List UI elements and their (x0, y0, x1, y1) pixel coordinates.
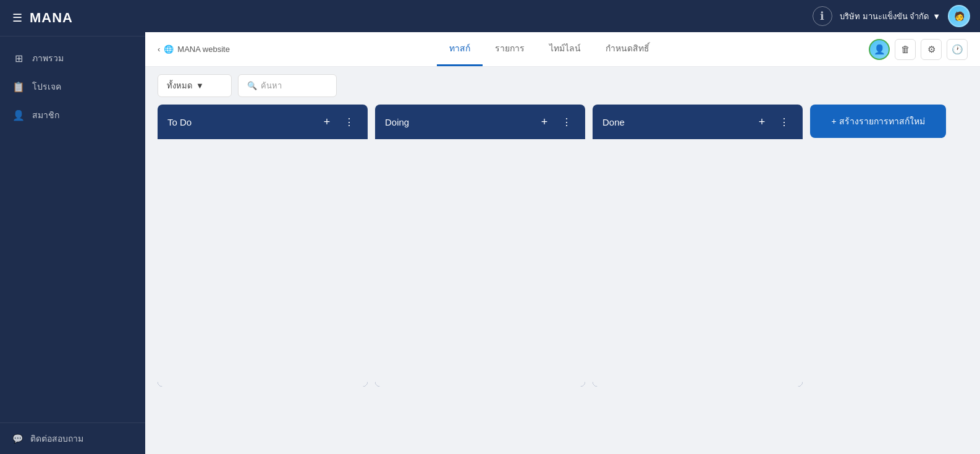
sidebar-nav: ⊞ ภาพรวม 📋 โปรเจค 👤 สมาชิก (0, 36, 145, 422)
column-title-doing: Doing (385, 117, 531, 127)
assigned-user-icon[interactable]: 👤 (869, 39, 890, 60)
sidebar-item-label-member: สมาชิก (32, 108, 59, 122)
filter-dropdown[interactable]: ทั้งหมด ▼ (158, 74, 232, 97)
topbar: ℹ บริษัท มานะแข็งขัน จำกัด ▼ 🧑 (145, 0, 980, 32)
column-add-button-doing[interactable]: + (536, 113, 553, 131)
delete-icon[interactable]: 🗑 (895, 39, 916, 60)
column-body-done (593, 139, 803, 387)
column-header-todo: To Do + ⋮ (158, 105, 368, 139)
sidebar-item-project[interactable]: 📋 โปรเจค (0, 72, 145, 101)
globe-icon: 🌐 (164, 45, 174, 54)
sidebar-item-overview[interactable]: ⊞ ภาพรวม (0, 44, 145, 72)
sidebar-header: ☰ MANA (0, 0, 145, 36)
contact-icon: 💬 (12, 434, 23, 443)
hamburger-icon[interactable]: ☰ (12, 11, 22, 25)
column-title-todo: To Do (167, 117, 313, 127)
info-icon[interactable]: ℹ (813, 6, 832, 26)
sub-tabs: ทาสก์ รายการ ไทม์ไลน์ กำหนดสิทธิ์ (242, 32, 856, 66)
column-header-done: Done + ⋮ (593, 105, 803, 139)
kanban-board: To Do + ⋮ Doing + ⋮ Done + (145, 105, 980, 454)
back-button[interactable]: ‹ 🌐 MANA website (158, 45, 230, 54)
kanban-column-done: Done + ⋮ (593, 105, 803, 387)
company-selector[interactable]: บริษัท มานะแข็งขัน จำกัด ▼ (840, 10, 940, 23)
overview-icon: ⊞ (12, 53, 25, 64)
sidebar-item-member[interactable]: 👤 สมาชิก (0, 101, 145, 129)
column-more-button-todo[interactable]: ⋮ (340, 113, 358, 131)
tab-rights[interactable]: กำหนดสิทธิ์ (593, 32, 662, 66)
company-name: บริษัท มานะแข็งขัน จำกัด (840, 10, 929, 23)
column-more-button-done[interactable]: ⋮ (775, 113, 793, 131)
main-area: ℹ บริษัท มานะแข็งขัน จำกัด ▼ 🧑 ‹ 🌐 MANA … (145, 0, 980, 454)
sub-header-actions: 👤 🗑 ⚙ 🕐 (869, 39, 968, 60)
filter-chevron-icon: ▼ (196, 81, 204, 90)
sidebar-footer: 💬 ติดต่อสอบถาม (0, 422, 145, 454)
logo: MANA (30, 10, 73, 26)
column-more-button-doing[interactable]: ⋮ (558, 113, 575, 131)
back-arrow-icon: ‹ (158, 45, 160, 54)
sidebar-item-label-overview: ภาพรวม (32, 51, 64, 65)
content-area: ‹ 🌐 MANA website ทาสก์ รายการ ไทม์ไลน์ ก… (145, 32, 980, 454)
member-icon: 👤 (12, 109, 25, 121)
column-add-button-todo[interactable]: + (318, 113, 336, 131)
filter-label: ทั้งหมด (167, 79, 192, 92)
search-icon: 🔍 (247, 81, 257, 90)
kanban-column-doing: Doing + ⋮ (375, 105, 585, 387)
create-column-label: + สร้างรายการทาสก์ใหม่ (831, 114, 924, 128)
sub-header: ‹ 🌐 MANA website ทาสก์ รายการ ไทม์ไลน์ ก… (145, 32, 980, 67)
search-placeholder: ค้นหา (261, 79, 282, 92)
column-title-done: Done (602, 117, 748, 127)
sidebar-item-label-project: โปรเจค (32, 80, 61, 93)
tab-list[interactable]: รายการ (483, 32, 537, 66)
project-name: MANA website (177, 45, 230, 54)
contact-item[interactable]: 💬 ติดต่อสอบถาม (12, 432, 133, 445)
create-column-button[interactable]: + สร้างรายการทาสก์ใหม่ (810, 105, 946, 138)
column-body-todo (158, 139, 368, 387)
sidebar: ☰ MANA ⊞ ภาพรวม 📋 โปรเจค 👤 สมาชิก 💬 ติดต… (0, 0, 145, 454)
chevron-down-icon: ▼ (932, 12, 940, 21)
history-icon[interactable]: 🕐 (947, 39, 968, 60)
project-icon: 📋 (12, 81, 25, 93)
column-body-doing (375, 139, 585, 387)
column-add-button-done[interactable]: + (753, 113, 771, 131)
contact-label: ติดต่อสอบถาม (30, 432, 83, 445)
column-header-doing: Doing + ⋮ (375, 105, 585, 139)
tab-task[interactable]: ทาสก์ (437, 32, 483, 66)
settings-icon[interactable]: ⚙ (921, 39, 942, 60)
toolbar: ทั้งหมด ▼ 🔍 ค้นหา (145, 67, 980, 105)
tab-timeline[interactable]: ไทม์ไลน์ (537, 32, 593, 66)
kanban-column-todo: To Do + ⋮ (158, 105, 368, 387)
search-box[interactable]: 🔍 ค้นหา (238, 74, 337, 97)
user-avatar[interactable]: 🧑 (948, 5, 970, 27)
